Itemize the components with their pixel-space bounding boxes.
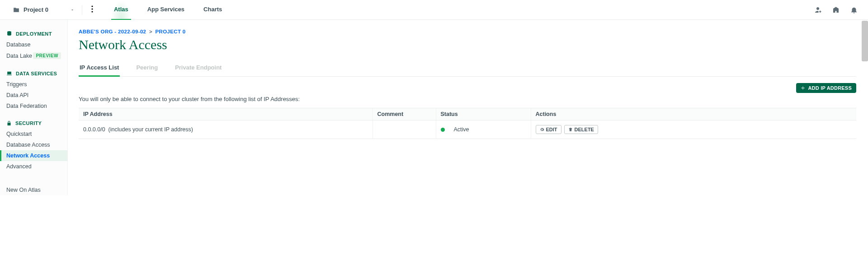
more-menu-button[interactable] [90, 4, 95, 16]
svg-point-0 [91, 5, 93, 7]
trash-icon [568, 127, 573, 132]
sidebar-item-data-api[interactable]: Data API [0, 90, 67, 101]
sidebar-item-data-federation[interactable]: Data Federation [0, 101, 67, 111]
subtab-ip-access-list[interactable]: IP Access List [79, 64, 120, 77]
main-content: ABBE'S ORG - 2022-09-02 > PROJECT 0 Netw… [68, 20, 868, 195]
more-vertical-icon [91, 5, 93, 13]
svg-point-1 [91, 8, 93, 9]
col-header-comment: Comment [373, 108, 436, 120]
sidebar-item-quickstart[interactable]: Quickstart [0, 129, 67, 139]
subtab-peering[interactable]: Peering [135, 64, 159, 77]
plus-icon [801, 86, 805, 90]
table-row: 0.0.0.0/0 (includes your current IP addr… [79, 120, 856, 139]
status-text: Active [454, 126, 469, 133]
sidebar-section-security: SECURITY [0, 118, 67, 129]
breadcrumb-project[interactable]: PROJECT 0 [156, 29, 186, 34]
cell-status: Active [436, 120, 531, 139]
sidebar-section-data-services: DATA SERVICES [0, 68, 67, 79]
sidebar-item-new-on-atlas[interactable]: New On Atlas [0, 185, 67, 195]
cell-comment [373, 120, 436, 139]
sidebar-item-network-access[interactable]: Network Access [0, 150, 67, 161]
lock-icon [6, 120, 12, 126]
tab-atlas[interactable]: Atlas [111, 0, 131, 20]
cell-ip: 0.0.0.0/0 (includes your current IP addr… [79, 120, 373, 139]
breadcrumb-org[interactable]: ABBE'S ORG - 2022-09-02 [79, 29, 146, 34]
tab-app-services[interactable]: App Services [145, 0, 187, 20]
sidebar-item-database-access[interactable]: Database Access [0, 139, 67, 150]
laptop-icon [6, 70, 12, 76]
col-header-actions: Actions [531, 108, 856, 120]
page-title: Network Access [79, 37, 856, 52]
edit-button[interactable]: EDIT [536, 125, 561, 134]
bell-icon[interactable] [850, 6, 858, 14]
tab-charts[interactable]: Charts [201, 0, 225, 20]
preview-badge: PREVIEW [33, 52, 61, 59]
col-header-status: Status [436, 108, 531, 120]
delete-button[interactable]: DELETE [564, 125, 598, 134]
sidebar-item-data-lake[interactable]: Data Lake PREVIEW [0, 50, 67, 61]
scrollbar[interactable] [862, 21, 868, 61]
sidebar-item-advanced[interactable]: Advanced [0, 161, 67, 172]
sidebar-item-database[interactable]: Database [0, 39, 67, 50]
organization-icon[interactable] [832, 6, 840, 14]
ip-access-table: IP Address Comment Status Actions 0.0.0.… [79, 108, 856, 139]
subtab-private-endpoint[interactable]: Private Endpoint [174, 64, 222, 77]
divider [82, 5, 82, 15]
gear-icon [540, 127, 544, 132]
project-name: Project 0 [24, 6, 48, 13]
subtabs: IP Access List Peering Private Endpoint [79, 64, 856, 77]
svg-point-2 [91, 11, 93, 12]
folder-icon [13, 7, 20, 13]
status-dot-icon [441, 128, 445, 132]
sidebar-section-deployment: DEPLOYMENT [0, 28, 67, 39]
action-row: ADD IP ADDRESS [79, 83, 856, 93]
cell-actions: EDIT DELETE [531, 120, 856, 139]
sidebar: DEPLOYMENT Database Data Lake PREVIEW DA… [0, 20, 68, 195]
top-nav: Atlas App Services Charts [111, 0, 225, 20]
description-text: You will only be able to connect to your… [79, 96, 856, 102]
chevron-down-icon [70, 8, 75, 12]
topbar-right [814, 6, 858, 14]
invite-user-icon[interactable] [814, 6, 822, 14]
col-header-ip: IP Address [79, 108, 373, 120]
breadcrumb: ABBE'S ORG - 2022-09-02 > PROJECT 0 [79, 29, 856, 34]
topbar: Project 0 Atlas App Services Charts [0, 0, 868, 20]
database-icon [6, 31, 12, 37]
breadcrumb-separator: > [149, 29, 152, 34]
add-ip-address-button[interactable]: ADD IP ADDRESS [796, 83, 856, 93]
sidebar-item-triggers[interactable]: Triggers [0, 79, 67, 90]
project-selector[interactable]: Project 0 [13, 6, 75, 13]
